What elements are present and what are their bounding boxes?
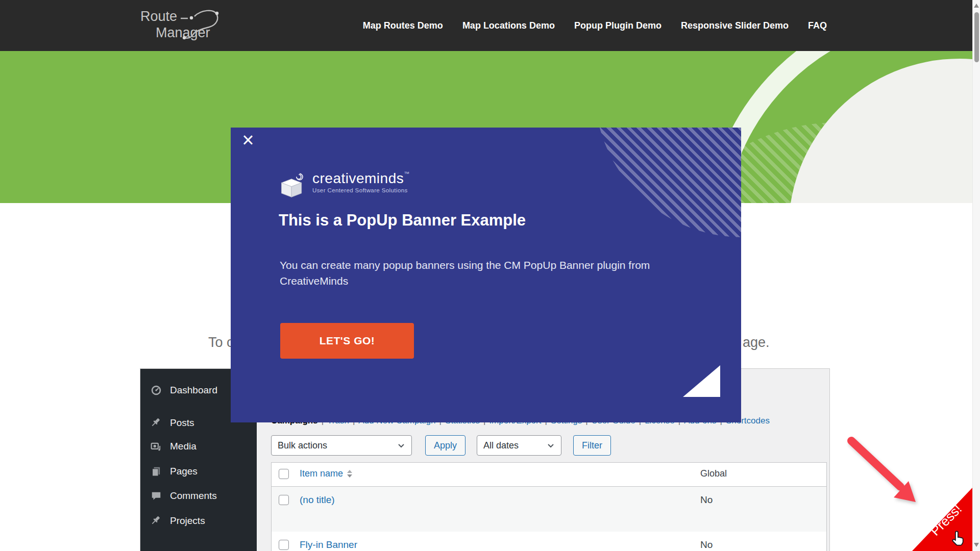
scroll-down-icon[interactable] xyxy=(974,543,979,547)
row-title-link[interactable]: (no title) xyxy=(300,494,335,506)
popup-striped-circle xyxy=(595,128,741,237)
sidebar-item-label: Comments xyxy=(170,490,217,502)
sidebar-item-pages[interactable]: Pages xyxy=(140,461,257,482)
column-item-name[interactable]: Item name xyxy=(300,468,352,479)
creativeminds-cube-icon xyxy=(278,170,306,199)
table-row: (no title) No xyxy=(272,487,826,532)
pushpin-icon xyxy=(151,417,162,429)
creativeminds-logo: creativeminds™ User Centered Software So… xyxy=(278,170,410,199)
campaigns-table: Item name Global (no title) No Fly- xyxy=(271,462,827,551)
all-dates-select[interactable]: All dates xyxy=(477,435,561,456)
table-header-row: Item name Global xyxy=(272,463,826,487)
lets-go-button[interactable]: LET'S GO! xyxy=(280,323,414,359)
row-global-value: No xyxy=(700,539,713,550)
brand-name: creativeminds xyxy=(312,170,404,186)
sidebar-item-comments[interactable]: Comments xyxy=(140,486,257,506)
main-nav: Map Routes Demo Map Locations Demo Popup… xyxy=(363,0,827,51)
sort-asc-icon xyxy=(347,470,352,473)
dashboard-icon xyxy=(151,385,162,396)
all-dates-value: All dates xyxy=(483,440,519,451)
nav-popup-plugin-demo[interactable]: Popup Plugin Demo xyxy=(574,20,662,31)
scroll-up-icon[interactable] xyxy=(974,4,979,8)
chevron-down-icon xyxy=(547,441,555,449)
scrollbar-thumb[interactable] xyxy=(974,12,979,62)
red-arrow-icon xyxy=(843,435,930,516)
column-item-name-label: Item name xyxy=(300,468,343,479)
sidebar-item-label: Media xyxy=(170,441,197,452)
paragraph-fragment-left: To c xyxy=(208,335,234,350)
sidebar-item-label: Pages xyxy=(170,466,198,477)
bulk-actions-select[interactable]: Bulk actions xyxy=(271,435,412,456)
paragraph-fragment-right: age. xyxy=(743,335,770,350)
sort-desc-icon xyxy=(347,474,352,478)
screen: Route Manager Map Routes Demo Map Locati… xyxy=(0,0,980,551)
popup-body-text: You can create many popup banners using … xyxy=(280,257,688,289)
bulk-actions-value: Bulk actions xyxy=(278,440,327,451)
nav-map-locations-demo[interactable]: Map Locations Demo xyxy=(462,20,555,31)
table-row: Fly-in Banner No xyxy=(272,532,826,551)
row-title-link[interactable]: Fly-in Banner xyxy=(300,539,357,550)
pages-icon xyxy=(151,466,162,477)
popup-banner-dialog: × creativeminds™ User Centered Software … xyxy=(231,128,741,422)
row-global-value: No xyxy=(700,494,713,506)
route-path-icon xyxy=(180,8,236,42)
sidebar-item-label: Projects xyxy=(170,515,205,527)
select-all-checkbox[interactable] xyxy=(279,469,289,479)
brand-tagline: User Centered Software Solutions xyxy=(312,187,410,193)
close-icon[interactable]: × xyxy=(238,129,258,151)
comment-icon xyxy=(151,490,162,502)
nav-responsive-slider-demo[interactable]: Responsive Slider Demo xyxy=(681,20,789,31)
site-header: Route Manager Map Routes Demo Map Locati… xyxy=(0,0,972,51)
pushpin-icon xyxy=(151,515,162,527)
brand-trademark: ™ xyxy=(404,170,410,177)
scrollbar-track[interactable] xyxy=(972,0,980,551)
media-icon xyxy=(151,441,162,452)
sidebar-item-media[interactable]: Media xyxy=(140,436,257,457)
sidebar-item-appearance[interactable]: Appearance xyxy=(140,547,257,551)
filter-button[interactable]: Filter xyxy=(573,435,611,456)
chevron-down-icon xyxy=(397,441,405,449)
nav-map-routes-demo[interactable]: Map Routes Demo xyxy=(363,20,443,31)
column-global-label: Global xyxy=(700,468,727,479)
nav-faq[interactable]: FAQ xyxy=(808,20,827,31)
sidebar-item-projects[interactable]: Projects xyxy=(140,511,257,531)
creativeminds-wordmark: creativeminds™ User Centered Software So… xyxy=(312,170,410,193)
sidebar-item-label: Posts xyxy=(170,417,194,429)
row-checkbox[interactable] xyxy=(279,495,289,505)
sidebar-item-label: Dashboard xyxy=(170,385,217,396)
apply-button[interactable]: Apply xyxy=(425,435,465,456)
popup-corner-triangle xyxy=(683,365,720,397)
popup-heading: This is a PopUp Banner Example xyxy=(279,211,526,230)
row-checkbox[interactable] xyxy=(279,540,289,550)
sort-icon[interactable] xyxy=(347,470,352,478)
hand-cursor-icon xyxy=(949,530,966,548)
